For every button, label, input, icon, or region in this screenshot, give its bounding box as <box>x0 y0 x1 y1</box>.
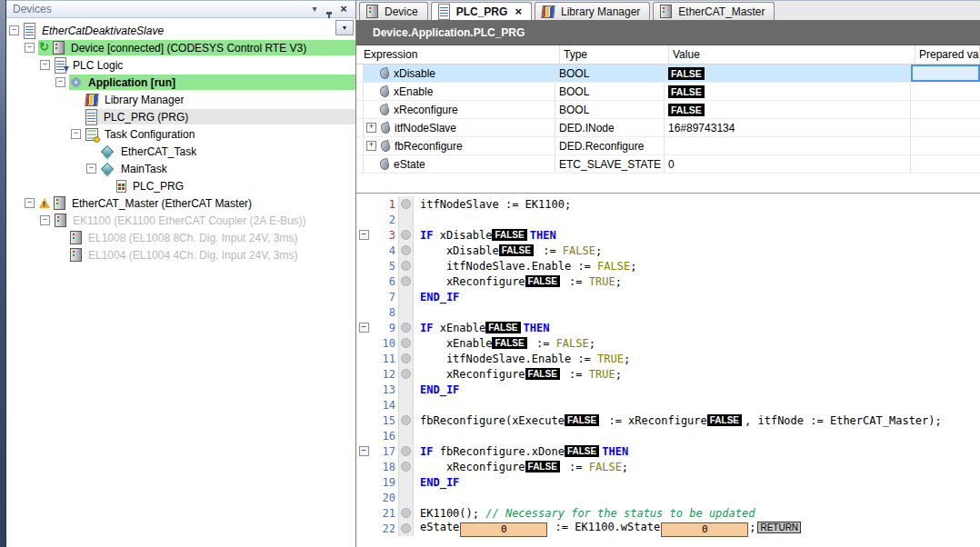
tree-expander-icon[interactable]: − <box>9 25 19 35</box>
column-header-type[interactable]: Type <box>560 45 669 64</box>
type-cell[interactable]: DED.INode <box>555 119 665 136</box>
tree-item-plc-logic[interactable]: −PLC Logic <box>6 56 355 74</box>
tree-dropdown-button[interactable]: ▼ <box>335 20 354 35</box>
device-tree[interactable]: ▼ −EtherCatDeaktivateSlave−Device [conne… <box>6 18 355 547</box>
code-line-1[interactable]: 1itfNodeSlave := EK1100; <box>356 196 980 212</box>
code-line-17[interactable]: −17IF fbReconfigure.xDoneFALSETHEN <box>356 443 980 459</box>
fold-collapse-icon[interactable]: − <box>359 230 369 240</box>
code-line-22[interactable]: 22eState0 := EK1100.wState0;RETURN <box>356 521 980 536</box>
prepared-value-cell[interactable] <box>911 83 980 100</box>
value-cell[interactable]: FALSE <box>665 83 911 100</box>
code-line-21[interactable]: 21EK1100(); // Necessary for the status … <box>356 505 980 521</box>
code-line-2[interactable]: 2 <box>356 212 980 227</box>
code-line-13[interactable]: 13END_IF <box>356 382 980 397</box>
tree-item-ethercatdeaktivateslave[interactable]: −EtherCatDeaktivateSlave <box>6 22 355 39</box>
code-line-10[interactable]: 10 xEnableFALSE := FALSE; <box>356 335 980 351</box>
value-cell[interactable]: FALSE <box>665 65 911 82</box>
breakpoint-dot <box>401 446 411 456</box>
tree-expander-icon[interactable]: − <box>25 198 35 208</box>
value-cell[interactable]: 0 <box>665 155 911 173</box>
tree-expander-icon[interactable]: − <box>40 215 50 225</box>
expression-cell[interactable]: xDisable <box>364 65 555 82</box>
chevron-down-icon[interactable]: ▾ <box>307 2 322 16</box>
expression-cell[interactable]: eState <box>364 155 555 173</box>
fold-collapse-icon[interactable]: − <box>359 446 369 456</box>
tree-item-el1008-el1008-8ch-dig-input-24v-3ms[interactable]: −EL1008 (EL1008 8Ch. Dig. Input 24V, 3ms… <box>6 229 355 246</box>
code-line-16[interactable]: 16 <box>356 428 980 443</box>
value-cell[interactable]: FALSE <box>665 101 911 118</box>
expand-row-icon[interactable]: + <box>366 141 376 151</box>
close-tab-icon[interactable]: × <box>515 7 522 16</box>
tree-item-maintask[interactable]: −MainTask <box>6 160 355 177</box>
tree-item-ethercat-master-ethercat-master[interactable]: −EtherCAT_Master (EtherCAT Master) <box>6 194 355 212</box>
code-line-11[interactable]: 11 itfNodeSlave.Enable := TRUE; <box>356 351 980 366</box>
tree-expander-icon[interactable]: − <box>40 60 50 70</box>
tree-item-plc-prg-prg[interactable]: −PLC_PRG (PRG) <box>6 108 355 125</box>
tab-device[interactable]: Device <box>359 2 428 20</box>
watch-row-xreconfigure[interactable]: xReconfigureBOOLFALSE <box>356 101 980 119</box>
column-header-expression[interactable]: Expression <box>356 45 560 64</box>
tab-plc-prg[interactable]: PLC_PRG× <box>431 2 532 20</box>
value-cell[interactable]: 16#89743134 <box>665 119 911 136</box>
st-code-editor[interactable]: 1itfNodeSlave := EK1100;2−3IF xDisableFA… <box>356 193 980 547</box>
expression-cell[interactable]: +fbReconfigure <box>364 137 555 154</box>
prepared-value-cell[interactable] <box>911 101 980 118</box>
code-text: itfNodeSlave.Enable := TRUE; <box>414 353 630 365</box>
tree-item-plc-prg[interactable]: −PLC_PRG <box>6 177 355 194</box>
column-header-value[interactable]: Value <box>669 45 915 64</box>
tree-item-task-configuration[interactable]: −Task Configuration <box>6 125 355 143</box>
prepared-value-cell[interactable] <box>911 119 980 136</box>
tree-item-ek1100-ek1100-ethercat-coupler-2a-e-bus[interactable]: −EK1100 (EK1100 EtherCAT Coupler (2A E-B… <box>6 212 355 229</box>
code-line-19[interactable]: 19END_IF <box>356 474 980 490</box>
expression-cell[interactable]: xReconfigure <box>364 101 555 118</box>
type-cell[interactable]: DED.Reconfigure <box>555 137 665 154</box>
prepared-value-cell[interactable] <box>911 137 980 154</box>
type-cell[interactable]: BOOL <box>555 65 665 82</box>
code-line-3[interactable]: −3IF xDisableFALSETHEN <box>356 227 980 243</box>
expression-cell[interactable]: xEnable <box>364 83 555 100</box>
watch-row-fbreconfigure[interactable]: +fbReconfigureDED.Reconfigure <box>356 137 980 155</box>
watch-row-xenable[interactable]: xEnableBOOLFALSE <box>356 83 980 101</box>
code-line-6[interactable]: 6 xReconfigureFALSE := TRUE; <box>356 274 980 289</box>
expression-cell[interactable]: +itfNodeSlave <box>364 119 555 136</box>
code-line-18[interactable]: 18 xReconfigureFALSE := FALSE; <box>356 459 980 474</box>
code-line-7[interactable]: 7END_IF <box>356 289 980 304</box>
prepared-value-cell[interactable] <box>911 65 980 82</box>
tree-expander-icon[interactable]: − <box>55 77 65 87</box>
code-line-9[interactable]: −9IF xEnableFALSETHEN <box>356 320 980 335</box>
tree-item-application-run[interactable]: −Application [run] <box>6 74 355 91</box>
code-line-14[interactable]: 14 <box>356 397 980 413</box>
tree-expander-icon[interactable]: − <box>71 129 81 139</box>
watch-row-estate[interactable]: eStateETC_SLAVE_STATE0 <box>356 155 980 174</box>
tree-item-band: EtherCatDeaktivateSlave <box>23 23 355 38</box>
fold-collapse-icon[interactable]: − <box>359 323 369 333</box>
type-cell[interactable]: BOOL <box>555 83 665 100</box>
code-line-15[interactable]: 15fbReconfigure(xExecuteFALSE := xReconf… <box>356 413 980 428</box>
column-header-prepared-value[interactable]: Prepared value <box>915 45 980 64</box>
tree-item-device-connected-codesys-control-rte-v3[interactable]: −Device [connected] (CODESYS Control RTE… <box>6 39 355 56</box>
tab-library-manager[interactable]: Library Manager <box>535 2 650 20</box>
tree-expander-icon[interactable]: − <box>86 164 96 174</box>
tree-item-ethercat-task[interactable]: −EtherCAT_Task <box>6 143 355 160</box>
prepared-value-cell[interactable] <box>911 155 980 173</box>
device-icon <box>660 5 672 18</box>
tree-expander-icon[interactable]: − <box>25 43 35 53</box>
type-cell[interactable]: BOOL <box>555 101 665 118</box>
tree-item-el1004-el1004-4ch-dig-input-24v-3ms[interactable]: −EL1004 (EL1004 4Ch. Dig. Input 24V, 3ms… <box>6 246 355 264</box>
tab-ethercat-master[interactable]: EtherCAT_Master <box>653 2 775 20</box>
tree-item-library-manager[interactable]: −Library Manager <box>6 91 355 108</box>
code-line-5[interactable]: 5 itfNodeSlave.Enable := FALSE; <box>356 258 980 274</box>
watch-row-itfnodeslave[interactable]: +itfNodeSlaveDED.INode16#89743134 <box>356 119 980 137</box>
type-cell[interactable]: ETC_SLAVE_STATE <box>555 155 665 173</box>
bool-value-badge: FALSE <box>668 104 705 116</box>
splitter[interactable] <box>356 174 980 193</box>
expand-row-icon[interactable]: + <box>366 123 376 133</box>
close-icon[interactable]: × <box>336 2 351 16</box>
code-line-4[interactable]: 4 xDisableFALSE := FALSE; <box>356 243 980 258</box>
watch-row-xdisable[interactable]: xDisableBOOLFALSE <box>356 65 980 83</box>
value-cell[interactable] <box>665 137 911 154</box>
breakpoint-dot <box>401 338 411 348</box>
code-line-12[interactable]: 12 xReconfigureFALSE := TRUE; <box>356 366 980 382</box>
code-line-8[interactable]: 8 <box>356 304 980 320</box>
code-line-20[interactable]: 20 <box>356 490 980 505</box>
